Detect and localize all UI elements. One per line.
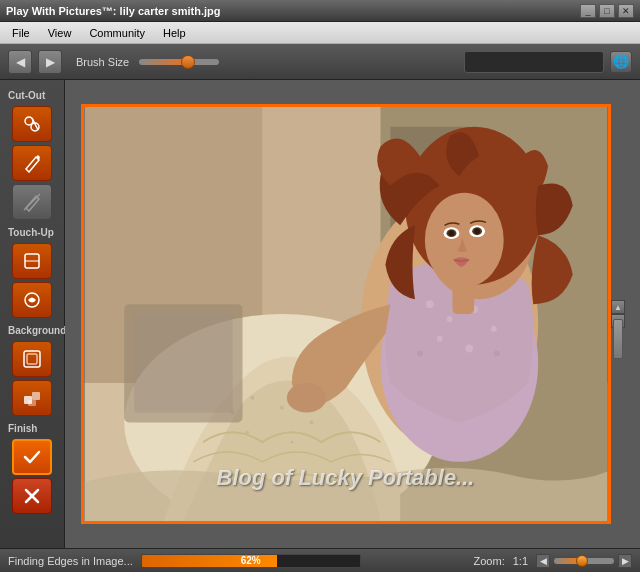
finish-section-label: Finish	[8, 423, 37, 434]
svg-rect-46	[452, 280, 474, 315]
zoom-in-button[interactable]: ▶	[618, 554, 632, 568]
brush-size-label: Brush Size	[76, 56, 129, 68]
svg-point-32	[436, 336, 442, 342]
progress-text: 62%	[142, 555, 360, 567]
svg-point-24	[245, 431, 248, 434]
menu-view[interactable]: View	[40, 25, 80, 41]
vertical-scrollbar: ▲ ▼	[611, 300, 625, 328]
touchup-section-label: Touch-Up	[8, 227, 54, 238]
back-button[interactable]: ◀	[8, 50, 32, 74]
cutout-section-label: Cut-Out	[8, 90, 45, 101]
canvas-area: Blog of Lucky Portable... ▲ ▼	[65, 80, 640, 548]
zoom-slider[interactable]	[554, 558, 614, 564]
brush-slider-thumb[interactable]	[181, 55, 195, 69]
image-frame: Blog of Lucky Portable...	[81, 104, 611, 524]
toolbar: ◀ ▶ Brush Size 🌐	[0, 44, 640, 80]
status-text: Finding Edges in Image...	[8, 555, 133, 567]
title-bar: Play With Pictures™: lily carter smith.j…	[0, 0, 640, 22]
zoom-label: Zoom:	[474, 555, 505, 567]
touchup-tool-2[interactable]	[12, 282, 52, 318]
svg-point-31	[490, 326, 496, 332]
bg-tool-2[interactable]	[12, 380, 52, 416]
svg-point-22	[279, 406, 283, 410]
brush-slider-container	[139, 59, 219, 65]
bg-tool-1[interactable]	[12, 341, 52, 377]
svg-point-35	[493, 350, 499, 356]
title-text: Play With Pictures™: lily carter smith.j…	[6, 5, 220, 17]
svg-point-36	[286, 383, 325, 413]
background-section-label: Background	[8, 325, 66, 336]
image-canvas[interactable]	[84, 107, 608, 521]
zoom-value: 1:1	[513, 555, 528, 567]
scroll-up-button[interactable]: ▲	[611, 300, 625, 314]
svg-point-39	[424, 193, 503, 288]
status-bar: Finding Edges in Image... 62% Zoom: 1:1 …	[0, 548, 640, 572]
cutout-tool-1[interactable]	[12, 106, 52, 142]
svg-point-34	[416, 350, 422, 356]
svg-rect-10	[32, 392, 40, 400]
finish-accept-button[interactable]	[12, 439, 52, 475]
svg-point-25	[290, 441, 293, 444]
menu-help[interactable]: Help	[155, 25, 194, 41]
progress-bar-container: 62%	[141, 554, 361, 568]
zoom-slider-thumb[interactable]	[576, 555, 588, 567]
svg-point-42	[448, 230, 454, 236]
finish-cancel-button[interactable]	[12, 478, 52, 514]
svg-point-23	[309, 420, 313, 424]
svg-rect-48	[134, 314, 233, 413]
touchup-tool-1[interactable]	[12, 243, 52, 279]
menu-file[interactable]: File	[4, 25, 38, 41]
svg-rect-8	[27, 354, 37, 364]
zoom-slider-container: ◀ ▶	[536, 554, 632, 568]
svg-point-45	[474, 228, 480, 234]
globe-button[interactable]: 🌐	[610, 51, 632, 73]
cutout-tool-3[interactable]	[12, 184, 52, 220]
title-controls: _ □ ✕	[580, 4, 634, 18]
svg-rect-7	[24, 351, 40, 367]
svg-point-33	[465, 345, 473, 353]
cutout-tool-2[interactable]	[12, 145, 52, 181]
svg-point-21	[250, 396, 254, 400]
zoom-out-button[interactable]: ◀	[536, 554, 550, 568]
scroll-thumb[interactable]	[613, 319, 623, 359]
svg-point-28	[425, 300, 433, 308]
maximize-button[interactable]: □	[599, 4, 615, 18]
main-area: Cut-Out Touch-Up Background Finish	[0, 80, 640, 548]
search-input[interactable]	[464, 51, 604, 73]
menu-community[interactable]: Community	[81, 25, 153, 41]
menu-bar: File View Community Help	[0, 22, 640, 44]
svg-rect-11	[28, 400, 36, 406]
sidebar: Cut-Out Touch-Up Background Finish	[0, 80, 65, 548]
svg-point-29	[446, 316, 452, 322]
forward-button[interactable]: ▶	[38, 50, 62, 74]
close-button[interactable]: ✕	[618, 4, 634, 18]
brush-size-slider[interactable]	[139, 59, 219, 65]
minimize-button[interactable]: _	[580, 4, 596, 18]
